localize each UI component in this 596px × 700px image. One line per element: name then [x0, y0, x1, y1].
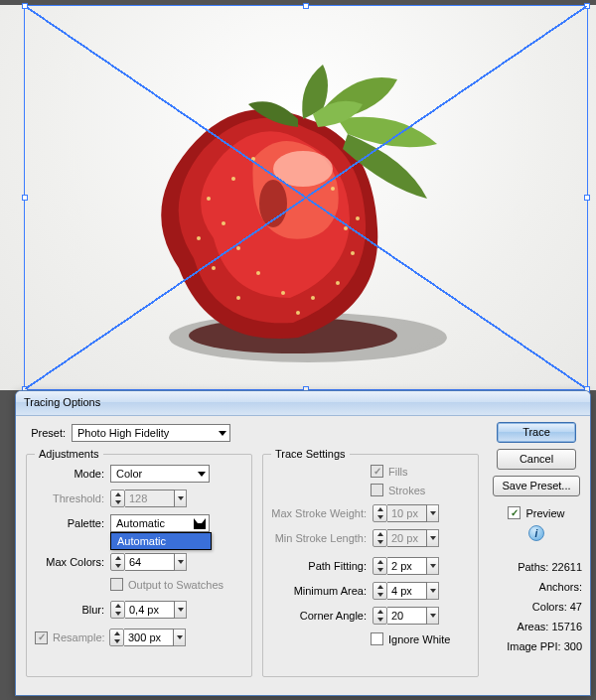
colors-value: 47	[570, 601, 582, 613]
slider-toggle-icon	[427, 504, 439, 522]
trace-button[interactable]: Trace	[497, 422, 576, 443]
preview-label: Preview	[525, 507, 564, 519]
corner-angle-label: Corner Angle:	[271, 610, 367, 622]
slider-toggle-icon[interactable]	[427, 607, 439, 625]
trace-settings-legend: Trace Settings	[271, 448, 350, 460]
min-stroke-length-value: 20 px	[387, 529, 427, 547]
save-preset-button[interactable]: Save Preset...	[493, 476, 580, 496]
threshold-value: 128	[125, 490, 175, 507]
cancel-button[interactable]: Cancel	[497, 449, 576, 470]
palette-label: Palette:	[35, 517, 104, 529]
resample-value[interactable]: 300 px	[124, 629, 174, 646]
maxcolors-label: Max Colors:	[35, 556, 104, 568]
anchors-label: Anchors:	[539, 581, 582, 593]
resize-handle-tl[interactable]	[22, 3, 28, 9]
max-stroke-weight-spinner: 10 px	[372, 504, 439, 522]
dialog-right-column: Trace Cancel Save Preset... Preview i Pa…	[491, 422, 582, 652]
preview-checkbox[interactable]	[508, 506, 521, 519]
resize-handle-tc[interactable]	[303, 3, 309, 9]
adjustments-legend: Adjustments	[35, 448, 103, 460]
ignore-white-label: Ignore White	[388, 633, 450, 645]
preset-value: Photo High Fidelity	[77, 427, 169, 439]
areas-value: 15716	[551, 621, 582, 632]
path-fitting-spinner[interactable]: 2 px	[372, 557, 439, 575]
strokes-label: Strokes	[388, 485, 425, 496]
preset-dropdown[interactable]: Photo High Fidelity	[72, 424, 230, 442]
corner-angle-value[interactable]: 20	[387, 607, 427, 625]
output-swatches-label: Output to Swatches	[128, 579, 224, 591]
palette-popup[interactable]: Automatic	[110, 532, 212, 550]
selection-bounding-box[interactable]	[24, 5, 588, 390]
resample-spinner[interactable]: 300 px	[109, 629, 186, 646]
max-stroke-weight-value: 10 px	[387, 504, 427, 522]
slider-toggle-icon[interactable]	[175, 553, 187, 571]
palette-dropdown[interactable]: Automatic	[110, 514, 210, 532]
threshold-label: Threshold:	[35, 492, 104, 504]
slider-toggle-icon	[175, 490, 187, 507]
slider-toggle-icon[interactable]	[175, 601, 187, 619]
maxcolors-spinner[interactable]: 64	[110, 553, 187, 571]
path-fitting-value[interactable]: 2 px	[387, 557, 427, 575]
slider-toggle-icon[interactable]	[427, 582, 439, 600]
strokes-checkbox	[371, 484, 383, 496]
min-area-spinner[interactable]: 4 px	[372, 582, 439, 600]
resize-handle-ml[interactable]	[22, 195, 28, 201]
chevron-down-icon	[194, 518, 206, 529]
areas-label: Areas:	[518, 621, 549, 632]
slider-toggle-icon	[427, 529, 439, 547]
min-stroke-length-label: Min Stroke Length:	[271, 532, 367, 544]
mode-label: Mode:	[35, 468, 104, 480]
maxcolors-value[interactable]: 64	[125, 553, 175, 571]
mode-value: Color	[116, 468, 142, 480]
paths-label: Paths:	[518, 561, 548, 573]
blur-value[interactable]: 0,4 px	[125, 601, 175, 619]
resize-handle-mr[interactable]	[584, 195, 590, 201]
resample-label: Resample:	[53, 631, 104, 643]
ignore-white-checkbox[interactable]	[371, 632, 383, 645]
info-icon[interactable]: i	[528, 525, 544, 541]
mode-dropdown[interactable]: Color	[110, 465, 210, 483]
blur-spinner[interactable]: 0,4 px	[110, 601, 187, 619]
path-fitting-label: Path Fitting:	[271, 560, 367, 572]
adjustments-group: Adjustments Mode: Color Threshold: 128	[26, 454, 252, 677]
trace-settings-group: Trace Settings Fills Strokes Max Stroke …	[262, 454, 479, 677]
min-stroke-length-spinner: 20 px	[372, 529, 439, 547]
palette-option-automatic[interactable]: Automatic	[111, 533, 211, 549]
output-swatches-checkbox	[110, 578, 123, 591]
threshold-spinner: 128	[110, 490, 187, 507]
ppi-value: 300	[564, 640, 582, 652]
paths-value: 22611	[551, 561, 582, 573]
tracing-options-dialog: Tracing Options Preset: Photo High Fidel…	[15, 390, 591, 696]
canvas-area[interactable]	[0, 5, 596, 390]
resize-handle-tr[interactable]	[584, 3, 590, 9]
max-stroke-weight-label: Max Stroke Weight:	[271, 507, 367, 519]
palette-value: Automatic	[116, 517, 165, 529]
fills-checkbox	[371, 465, 383, 478]
stats-panel: Paths: 22611 Anchors: Colors: 47 Areas: …	[491, 561, 582, 652]
min-area-label: Minimum Area:	[271, 585, 367, 597]
dialog-title: Tracing Options	[24, 396, 100, 408]
ppi-label: Image PPI:	[507, 640, 560, 652]
chevron-down-icon	[198, 472, 206, 477]
fills-label: Fills	[388, 466, 408, 478]
min-area-value[interactable]: 4 px	[387, 582, 427, 600]
resample-checkbox	[35, 631, 48, 644]
chevron-down-icon	[219, 431, 226, 436]
dialog-titlebar[interactable]: Tracing Options	[16, 391, 590, 416]
slider-toggle-icon[interactable]	[427, 557, 439, 575]
preset-label: Preset:	[26, 427, 66, 439]
blur-label: Blur:	[35, 604, 104, 616]
colors-label: Colors:	[532, 601, 567, 613]
slider-toggle-icon[interactable]	[174, 629, 186, 646]
corner-angle-spinner[interactable]: 20	[372, 607, 439, 625]
